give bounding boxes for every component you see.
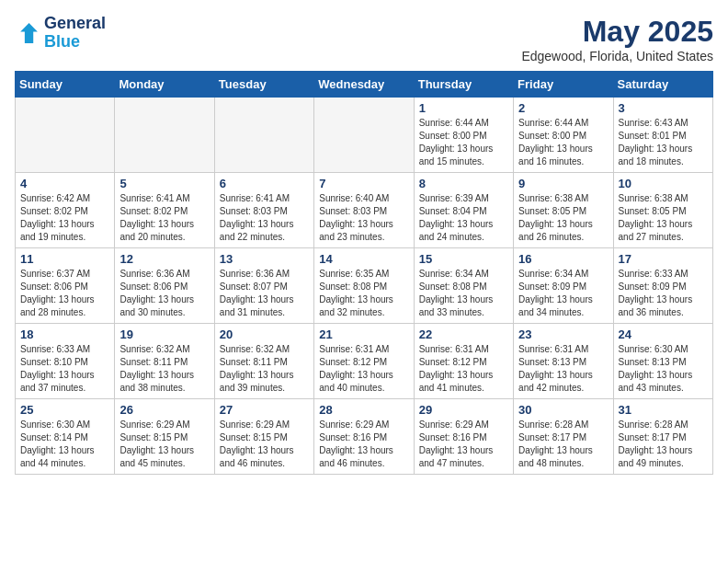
- calendar-cell: 29Sunrise: 6:29 AM Sunset: 8:16 PM Dayli…: [414, 399, 513, 475]
- day-info: Sunrise: 6:36 AM Sunset: 8:07 PM Dayligh…: [220, 268, 309, 319]
- calendar-cell: 18Sunrise: 6:33 AM Sunset: 8:10 PM Dayli…: [16, 324, 115, 399]
- day-info: Sunrise: 6:34 AM Sunset: 8:08 PM Dayligh…: [419, 268, 508, 319]
- day-number: 26: [119, 403, 209, 417]
- calendar-week-row: 11Sunrise: 6:37 AM Sunset: 8:06 PM Dayli…: [16, 248, 713, 324]
- day-number: 1: [419, 101, 508, 115]
- calendar-cell: 8Sunrise: 6:39 AM Sunset: 8:04 PM Daylig…: [414, 173, 513, 248]
- calendar-cell: 20Sunrise: 6:32 AM Sunset: 8:11 PM Dayli…: [214, 324, 313, 399]
- calendar-cell: 7Sunrise: 6:40 AM Sunset: 8:03 PM Daylig…: [314, 173, 414, 248]
- day-number: 8: [419, 177, 508, 190]
- day-info: Sunrise: 6:36 AM Sunset: 8:06 PM Dayligh…: [119, 268, 209, 319]
- calendar-cell: [115, 98, 214, 173]
- calendar-week-row: 18Sunrise: 6:33 AM Sunset: 8:10 PM Dayli…: [16, 324, 713, 399]
- day-number: 9: [518, 177, 608, 190]
- day-number: 24: [619, 327, 708, 341]
- day-number: 12: [119, 252, 209, 266]
- day-info: Sunrise: 6:38 AM Sunset: 8:05 PM Dayligh…: [518, 192, 608, 244]
- day-info: Sunrise: 6:38 AM Sunset: 8:05 PM Dayligh…: [619, 192, 708, 244]
- calendar-cell: 2Sunrise: 6:44 AM Sunset: 8:00 PM Daylig…: [514, 98, 613, 173]
- day-info: Sunrise: 6:40 AM Sunset: 8:03 PM Dayligh…: [319, 192, 408, 244]
- calendar-header-monday: Monday: [115, 72, 214, 98]
- day-info: Sunrise: 6:29 AM Sunset: 8:15 PM Dayligh…: [119, 419, 209, 470]
- calendar-cell: 12Sunrise: 6:36 AM Sunset: 8:06 PM Dayli…: [115, 248, 214, 324]
- day-number: 29: [419, 403, 508, 417]
- calendar-week-row: 4Sunrise: 6:42 AM Sunset: 8:02 PM Daylig…: [16, 173, 713, 248]
- day-info: Sunrise: 6:32 AM Sunset: 8:11 PM Dayligh…: [119, 343, 209, 395]
- day-info: Sunrise: 6:29 AM Sunset: 8:15 PM Dayligh…: [220, 419, 309, 470]
- day-info: Sunrise: 6:33 AM Sunset: 8:09 PM Dayligh…: [619, 268, 708, 319]
- day-number: 14: [319, 252, 408, 266]
- calendar-subtitle: Edgewood, Florida, United States: [521, 49, 713, 63]
- day-number: 2: [518, 101, 608, 115]
- svg-marker-0: [20, 23, 38, 43]
- day-info: Sunrise: 6:43 AM Sunset: 8:01 PM Dayligh…: [619, 117, 708, 168]
- day-number: 20: [220, 327, 309, 341]
- day-info: Sunrise: 6:29 AM Sunset: 8:16 PM Dayligh…: [319, 419, 408, 470]
- calendar-header-sunday: Sunday: [16, 72, 115, 98]
- calendar-cell: 3Sunrise: 6:43 AM Sunset: 8:01 PM Daylig…: [613, 98, 712, 173]
- day-info: Sunrise: 6:44 AM Sunset: 8:00 PM Dayligh…: [518, 117, 608, 168]
- calendar-cell: 5Sunrise: 6:41 AM Sunset: 8:02 PM Daylig…: [115, 173, 214, 248]
- day-number: 21: [319, 327, 408, 341]
- day-info: Sunrise: 6:28 AM Sunset: 8:17 PM Dayligh…: [619, 419, 708, 470]
- calendar-cell: 14Sunrise: 6:35 AM Sunset: 8:08 PM Dayli…: [314, 248, 414, 324]
- calendar-cell: 15Sunrise: 6:34 AM Sunset: 8:08 PM Dayli…: [414, 248, 513, 324]
- day-info: Sunrise: 6:32 AM Sunset: 8:11 PM Dayligh…: [220, 343, 309, 395]
- calendar-header-thursday: Thursday: [414, 72, 513, 98]
- day-number: 22: [419, 327, 508, 341]
- day-number: 3: [619, 101, 708, 115]
- calendar-cell: [214, 98, 313, 173]
- calendar-header-friday: Friday: [514, 72, 613, 98]
- calendar-cell: 23Sunrise: 6:31 AM Sunset: 8:13 PM Dayli…: [514, 324, 613, 399]
- day-number: 10: [619, 177, 708, 190]
- calendar-cell: 11Sunrise: 6:37 AM Sunset: 8:06 PM Dayli…: [16, 248, 115, 324]
- calendar-cell: 28Sunrise: 6:29 AM Sunset: 8:16 PM Dayli…: [314, 399, 414, 475]
- day-info: Sunrise: 6:30 AM Sunset: 8:13 PM Dayligh…: [619, 343, 708, 395]
- day-info: Sunrise: 6:35 AM Sunset: 8:08 PM Dayligh…: [319, 268, 408, 319]
- day-info: Sunrise: 6:33 AM Sunset: 8:10 PM Dayligh…: [20, 343, 109, 395]
- day-number: 25: [20, 403, 109, 417]
- calendar-header-saturday: Saturday: [613, 72, 712, 98]
- calendar-cell: 31Sunrise: 6:28 AM Sunset: 8:17 PM Dayli…: [613, 399, 712, 475]
- day-info: Sunrise: 6:41 AM Sunset: 8:03 PM Dayligh…: [220, 192, 309, 244]
- calendar-cell: 13Sunrise: 6:36 AM Sunset: 8:07 PM Dayli…: [214, 248, 313, 324]
- day-info: Sunrise: 6:31 AM Sunset: 8:12 PM Dayligh…: [419, 343, 508, 395]
- day-number: 30: [518, 403, 608, 417]
- day-number: 13: [220, 252, 309, 266]
- day-info: Sunrise: 6:42 AM Sunset: 8:02 PM Dayligh…: [20, 192, 109, 244]
- calendar-cell: 21Sunrise: 6:31 AM Sunset: 8:12 PM Dayli…: [314, 324, 414, 399]
- calendar-week-row: 25Sunrise: 6:30 AM Sunset: 8:14 PM Dayli…: [16, 399, 713, 475]
- day-info: Sunrise: 6:41 AM Sunset: 8:02 PM Dayligh…: [119, 192, 209, 244]
- day-number: 7: [319, 177, 408, 190]
- header: General Blue May 2025 Edgewood, Florida,…: [15, 15, 713, 63]
- calendar-header-wednesday: Wednesday: [314, 72, 414, 98]
- day-number: 15: [419, 252, 508, 266]
- day-number: 27: [220, 403, 309, 417]
- calendar-header-tuesday: Tuesday: [214, 72, 313, 98]
- calendar-cell: [314, 98, 414, 173]
- day-info: Sunrise: 6:30 AM Sunset: 8:14 PM Dayligh…: [20, 419, 109, 470]
- day-info: Sunrise: 6:31 AM Sunset: 8:13 PM Dayligh…: [518, 343, 608, 395]
- calendar-cell: 4Sunrise: 6:42 AM Sunset: 8:02 PM Daylig…: [16, 173, 115, 248]
- calendar-cell: 10Sunrise: 6:38 AM Sunset: 8:05 PM Dayli…: [613, 173, 712, 248]
- calendar-cell: 6Sunrise: 6:41 AM Sunset: 8:03 PM Daylig…: [214, 173, 313, 248]
- day-info: Sunrise: 6:29 AM Sunset: 8:16 PM Dayligh…: [419, 419, 508, 470]
- calendar-cell: 19Sunrise: 6:32 AM Sunset: 8:11 PM Dayli…: [115, 324, 214, 399]
- day-number: 28: [319, 403, 408, 417]
- calendar-cell: 24Sunrise: 6:30 AM Sunset: 8:13 PM Dayli…: [613, 324, 712, 399]
- calendar-cell: 30Sunrise: 6:28 AM Sunset: 8:17 PM Dayli…: [514, 399, 613, 475]
- calendar-cell: 27Sunrise: 6:29 AM Sunset: 8:15 PM Dayli…: [214, 399, 313, 475]
- day-number: 11: [20, 252, 109, 266]
- calendar-cell: 26Sunrise: 6:29 AM Sunset: 8:15 PM Dayli…: [115, 399, 214, 475]
- calendar-cell: 1Sunrise: 6:44 AM Sunset: 8:00 PM Daylig…: [414, 98, 513, 173]
- day-number: 31: [619, 403, 708, 417]
- calendar-cell: 22Sunrise: 6:31 AM Sunset: 8:12 PM Dayli…: [414, 324, 513, 399]
- day-info: Sunrise: 6:34 AM Sunset: 8:09 PM Dayligh…: [518, 268, 608, 319]
- calendar-cell: 17Sunrise: 6:33 AM Sunset: 8:09 PM Dayli…: [613, 248, 712, 324]
- calendar-table: SundayMondayTuesdayWednesdayThursdayFrid…: [15, 71, 713, 475]
- logo-text-blue: Blue: [44, 33, 106, 52]
- day-info: Sunrise: 6:31 AM Sunset: 8:12 PM Dayligh…: [319, 343, 408, 395]
- day-number: 16: [518, 252, 608, 266]
- day-number: 6: [220, 177, 309, 190]
- day-number: 19: [119, 327, 209, 341]
